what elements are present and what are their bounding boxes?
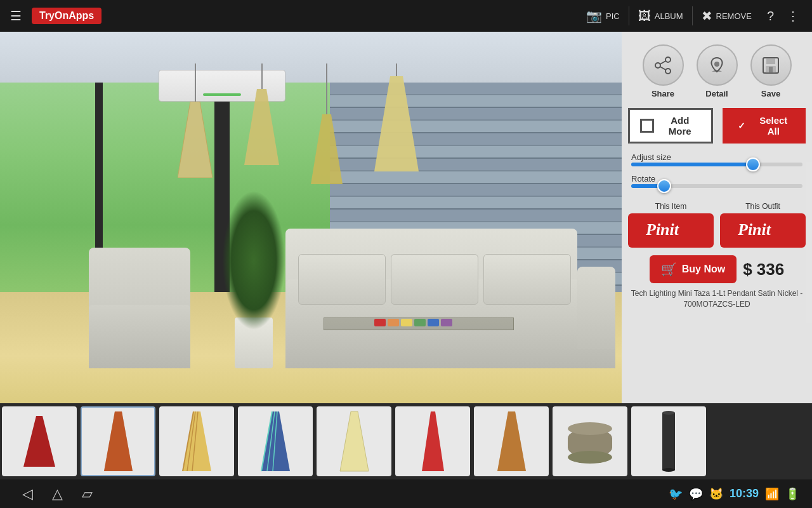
menu-button[interactable]: ☰ xyxy=(0,0,32,32)
svg-point-10 xyxy=(714,62,719,67)
remove-button[interactable]: ✖ REMOVE xyxy=(693,4,761,27)
adjust-size-section: Adjust size xyxy=(628,151,806,173)
bottom-nav: ◁ △ ▱ 🐦 💬 🐱 10:39 📶 🔋 xyxy=(0,479,812,508)
wifi-icon: 📶 xyxy=(765,487,779,501)
rotate-label: Rotate xyxy=(631,174,655,184)
shade-1 xyxy=(178,102,213,178)
pic-label: PIC xyxy=(606,11,620,21)
cord-4 xyxy=(396,64,397,76)
size-slider-track[interactable] xyxy=(631,163,802,166)
share-label: Share xyxy=(652,89,674,98)
rotate-slider-thumb[interactable] xyxy=(657,179,671,193)
svg-rect-12 xyxy=(766,58,775,64)
thumbnail-2[interactable] xyxy=(81,406,155,476)
shade-3 xyxy=(311,114,343,184)
camera-icon: 📷 xyxy=(586,8,602,23)
right-panel: Share Detail Save xyxy=(622,32,812,419)
pinit-this-item: This Item Pinit xyxy=(628,202,714,248)
pinit-item-text: Pinit xyxy=(643,218,700,243)
svg-rect-14 xyxy=(769,67,773,72)
svg-text:Pinit: Pinit xyxy=(645,220,679,239)
select-all-label: Select All xyxy=(754,115,794,137)
svg-marker-2 xyxy=(244,89,279,165)
detail-button[interactable]: Detail xyxy=(697,44,738,98)
detail-label: Detail xyxy=(705,89,728,98)
svg-point-38 xyxy=(662,411,675,415)
pinit-outfit-text: Pinit xyxy=(735,218,792,243)
thumbnail-4[interactable] xyxy=(238,406,313,476)
rotate-section: Rotate xyxy=(628,173,806,194)
thumbnail-8[interactable] xyxy=(553,406,627,476)
thumbnail-3[interactable] xyxy=(159,406,234,476)
more-button[interactable]: ⋮ xyxy=(780,4,806,27)
size-slider-thumb[interactable] xyxy=(746,157,760,171)
status-icons: 🐦 💬 🐱 10:39 📶 🔋 xyxy=(669,487,799,501)
home-button[interactable]: △ xyxy=(43,486,72,502)
album-label: ALBUM xyxy=(655,11,683,21)
shade-4 xyxy=(374,76,419,171)
buy-now-button[interactable]: 🛒 Buy Now xyxy=(650,255,737,283)
color-swatches xyxy=(374,319,452,326)
other-icon: 🐱 xyxy=(709,487,723,501)
thumbnail-5[interactable] xyxy=(317,406,391,476)
logo-text: TryOnApps xyxy=(39,10,94,21)
remove-label: REMOVE xyxy=(716,11,752,21)
pinit-outfit-button[interactable]: Pinit xyxy=(720,213,806,248)
price-display: $ 336 xyxy=(743,260,784,279)
add-more-label: Add More xyxy=(659,115,701,137)
back-button[interactable]: ◁ xyxy=(13,486,43,502)
product-name: Tech Lighting Mini Taza 1-Lt Pendant Sat… xyxy=(628,288,806,310)
thumbnail-1[interactable] xyxy=(2,406,77,476)
svg-marker-20 xyxy=(104,411,133,471)
sofa-arm xyxy=(577,267,615,349)
save-button[interactable]: Save xyxy=(750,44,792,98)
thumbnail-7[interactable] xyxy=(474,406,549,476)
pendant-3 xyxy=(311,64,343,184)
shade-2 xyxy=(244,89,279,165)
select-all-button[interactable]: ✓ Select All xyxy=(723,108,806,144)
thumbnail-9[interactable] xyxy=(631,406,706,476)
thumbnail-6[interactable] xyxy=(395,406,470,476)
top-bar-actions: 📷 PIC 🖼 ALBUM ✖ REMOVE ? ⋮ xyxy=(577,4,806,27)
pinit-outfit-icon: Pinit xyxy=(735,218,792,239)
recent-button[interactable]: ▱ xyxy=(72,486,102,502)
album-button[interactable]: 🖼 ALBUM xyxy=(629,5,692,27)
svg-line-9 xyxy=(660,67,666,70)
this-item-label: This Item xyxy=(655,202,686,211)
size-slider-row xyxy=(631,163,802,166)
save-label: Save xyxy=(761,89,780,98)
pic-button[interactable]: 📷 PIC xyxy=(577,4,629,27)
svg-marker-3 xyxy=(311,114,343,184)
pendant-4 xyxy=(374,64,419,171)
buy-now-label: Buy Now xyxy=(682,264,725,275)
cord-3 xyxy=(326,64,327,114)
add-more-button[interactable]: Add More xyxy=(628,108,713,144)
plant-leaves xyxy=(222,190,285,330)
svg-marker-31 xyxy=(422,411,444,471)
share-button[interactable]: Share xyxy=(643,44,684,98)
sofa-cushions xyxy=(298,254,571,305)
svg-rect-37 xyxy=(662,413,675,470)
rotate-slider-track[interactable] xyxy=(631,184,802,188)
cushion-2 xyxy=(391,254,478,305)
this-outfit-label: This Outfit xyxy=(745,202,780,211)
add-more-checkbox xyxy=(640,119,654,133)
battery-icon: 🔋 xyxy=(785,487,799,501)
pinit-item-button[interactable]: Pinit xyxy=(628,213,714,248)
buy-row: 🛒 Buy Now $ 336 xyxy=(628,255,806,283)
pinit-this-outfit: This Outfit Pinit xyxy=(720,202,806,248)
pendant-1 xyxy=(178,64,213,178)
help-button[interactable]: ? xyxy=(761,5,780,27)
svg-marker-17 xyxy=(23,416,55,467)
chat-icon: 💬 xyxy=(689,487,703,501)
pinit-row: This Item Pinit This Outfit Pinit xyxy=(628,202,806,248)
twitter-icon: 🐦 xyxy=(669,487,683,501)
svg-marker-29 xyxy=(340,411,369,471)
cord-1 xyxy=(195,64,196,102)
save-icon-circle xyxy=(750,44,792,86)
chair xyxy=(76,241,203,368)
rotate-slider-row xyxy=(631,184,802,188)
coffee-table xyxy=(324,318,514,368)
svg-marker-25 xyxy=(261,411,290,471)
action-buttons-row: Share Detail Save xyxy=(643,44,792,98)
